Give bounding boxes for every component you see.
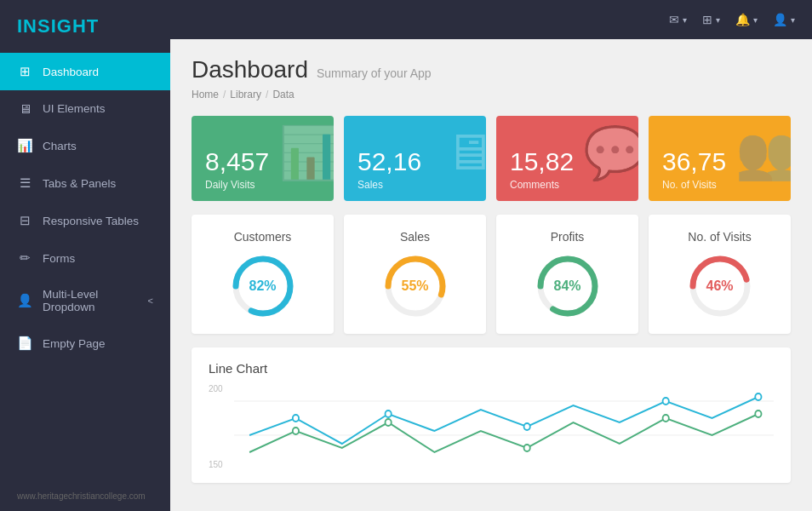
topbar-grid-icon[interactable]: ⊞ ▾: [702, 13, 720, 26]
topbar-bell-icon[interactable]: 🔔 ▾: [735, 13, 758, 26]
stat-bg-icon: 🖥: [443, 123, 486, 181]
stat-card-3: 👥 36,75 No. of Visits: [649, 116, 791, 201]
svg-point-14: [755, 393, 761, 400]
topbar: ✉ ▾ ⊞ ▾ 🔔 ▾ 👤 ▾: [170, 0, 812, 39]
donut-row: Customers 82% Sales 55% Profits 84%: [192, 215, 791, 334]
svg-point-16: [386, 419, 392, 426]
svg-point-15: [293, 428, 299, 434]
tabs-panels-icon: ☰: [17, 175, 32, 191]
stat-label: No. of Visits: [662, 179, 777, 191]
donut-chart-2: 84%: [534, 252, 602, 320]
sidebar: INSIGHT ⊞ Dashboard 🖥 UI Elements 📊 Char…: [0, 0, 170, 511]
sidebar-item-label: Charts: [43, 140, 77, 152]
donut-percent: 46%: [706, 278, 733, 294]
donut-card-2: Profits 84%: [496, 215, 638, 334]
page-title: Dashboard: [192, 56, 308, 83]
stat-bg-icon: 📊: [278, 123, 334, 183]
logo: INSIGHT: [0, 0, 170, 53]
page-content: Dashboard Summary of your App Home / Lib…: [170, 39, 812, 511]
page-subtitle: Summary of your App: [317, 66, 432, 80]
sidebar-item-responsive-tables[interactable]: ⊟ Responsive Tables: [0, 202, 170, 239]
svg-point-18: [663, 415, 669, 422]
svg-point-13: [663, 398, 669, 405]
svg-point-17: [524, 445, 530, 451]
stat-card-1: 🖥 52,16 Sales: [344, 116, 486, 201]
donut-card-1: Sales 55%: [344, 215, 486, 334]
stat-bg-icon: 💬: [583, 123, 638, 183]
donut-title: Profits: [551, 230, 585, 244]
sidebar-item-charts[interactable]: 📊 Charts: [0, 127, 170, 164]
svg-point-12: [524, 423, 530, 430]
responsive-tables-icon: ⊟: [17, 213, 32, 228]
donut-title: No. of Visits: [688, 230, 751, 244]
stat-card-2: 💬 15,82 Comments: [496, 116, 638, 201]
breadcrumb-home[interactable]: Home: [192, 89, 219, 100]
svg-point-11: [386, 411, 392, 417]
stat-bg-icon: 👥: [735, 123, 791, 183]
sidebar-item-dashboard[interactable]: ⊞ Dashboard: [0, 53, 170, 90]
svg-point-19: [755, 411, 761, 417]
donut-card-0: Customers 82%: [192, 215, 334, 334]
donut-chart-3: 46%: [686, 252, 754, 320]
sidebar-item-label: Empty Page: [43, 337, 106, 350]
donut-percent: 55%: [401, 278, 428, 294]
donut-chart-0: 82%: [229, 252, 297, 320]
breadcrumb-library[interactable]: Library: [230, 89, 261, 100]
sidebar-item-arrow: <: [148, 296, 153, 306]
sidebar-item-label: Forms: [43, 252, 75, 265]
logo-rest: SIGHT: [37, 15, 99, 37]
sidebar-footer: www.heritagechristiancollege.com: [0, 481, 170, 511]
sidebar-item-forms[interactable]: ✏ Forms: [0, 239, 170, 277]
sidebar-item-label: UI Elements: [43, 102, 106, 115]
dashboard-icon: ⊞: [17, 64, 32, 79]
sidebar-item-label: Responsive Tables: [43, 215, 139, 227]
stat-label: Comments: [510, 179, 625, 191]
topbar-email-icon[interactable]: ✉ ▾: [669, 13, 687, 26]
empty-page-icon: 📄: [17, 336, 32, 351]
sidebar-nav: ⊞ Dashboard 🖥 UI Elements 📊 Charts ☰ Tab…: [0, 53, 170, 362]
donut-percent: 84%: [553, 278, 580, 294]
sidebar-item-empty-page[interactable]: 📄 Empty Page: [0, 324, 170, 362]
sidebar-item-label: Dashboard: [43, 66, 99, 78]
charts-icon: 📊: [17, 138, 32, 153]
forms-icon: ✏: [17, 250, 32, 266]
sidebar-item-tabs-panels[interactable]: ☰ Tabs & Panels: [0, 164, 170, 202]
stat-label: Sales: [357, 179, 472, 191]
donut-title: Sales: [400, 230, 430, 244]
stat-label: Daily Visits: [205, 179, 320, 191]
page-header: Dashboard Summary of your App: [192, 56, 791, 83]
donut-percent: 82%: [249, 278, 276, 294]
line-chart-area: 200 150: [209, 384, 774, 469]
line-chart-section: Line Chart 200 150: [192, 347, 791, 483]
sidebar-item-label: Multi-Level Dropdown: [43, 288, 138, 313]
breadcrumb-current: Data: [272, 89, 294, 100]
main-content: ✉ ▾ ⊞ ▾ 🔔 ▾ 👤 ▾ Dashboard Summary of you…: [170, 0, 812, 511]
chart-y-labels: 200 150: [209, 384, 223, 469]
donut-card-3: No. of Visits 46%: [649, 215, 791, 334]
sidebar-item-multi-level-dropdown[interactable]: 👤 Multi-Level Dropdown <: [0, 277, 170, 324]
sidebar-item-ui-elements[interactable]: 🖥 UI Elements: [0, 90, 170, 127]
line-chart-title: Line Chart: [209, 361, 774, 376]
logo-highlight: IN: [17, 15, 37, 37]
breadcrumb: Home / Library / Data: [192, 89, 791, 100]
stat-card-0: 📊 8,457 Daily Visits: [192, 116, 334, 201]
sidebar-item-label: Tabs & Panels: [43, 177, 116, 190]
donut-chart-1: 55%: [381, 252, 449, 320]
topbar-user-icon[interactable]: 👤 ▾: [773, 13, 795, 26]
multi-level-dropdown-icon: 👤: [17, 293, 32, 308]
stats-row: 📊 8,457 Daily Visits 🖥 52,16 Sales 💬 15,…: [192, 116, 791, 201]
donut-title: Customers: [234, 230, 292, 244]
ui-elements-icon: 🖥: [17, 101, 32, 116]
svg-point-10: [293, 415, 299, 422]
